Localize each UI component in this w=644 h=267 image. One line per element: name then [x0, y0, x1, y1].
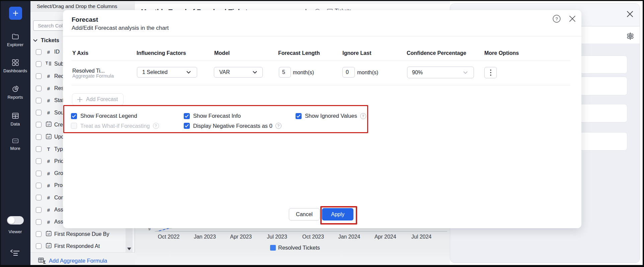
sidebar-item-label: Explorer: [0, 42, 30, 47]
viewer-toggle-label: Viewer: [0, 229, 30, 234]
forecast-option-unchecked[interactable]: Treat as What-if Forecasting?: [71, 122, 159, 129]
cancel-button[interactable]: Cancel: [289, 208, 320, 220]
checkbox-checked-icon[interactable]: [296, 113, 302, 119]
ignore-last-input[interactable]: 0: [342, 67, 355, 78]
sidebar-item-explorer[interactable]: Explorer: [0, 33, 30, 47]
field-checkbox[interactable]: [36, 146, 42, 152]
number-type-icon: #: [45, 183, 52, 188]
create-new-button[interactable]: [9, 7, 22, 20]
field-row[interactable]: 17First Responded At: [30, 240, 128, 252]
dialog-close-button[interactable]: [569, 15, 576, 23]
number-type-icon: #: [45, 219, 52, 225]
field-row[interactable]: 17First Response Due By: [30, 228, 128, 240]
dialog-help-button[interactable]: ?: [553, 15, 561, 24]
chart-legend[interactable]: Resolved Tickets: [270, 245, 320, 251]
field-checkbox[interactable]: [36, 243, 42, 249]
field-checkbox[interactable]: [36, 122, 42, 127]
field-checkbox[interactable]: [36, 61, 42, 67]
forecast-option-checked[interactable]: Show Forecast Legend: [71, 112, 137, 120]
dashboards-icon: [12, 59, 19, 66]
field-checkbox[interactable]: [36, 207, 42, 213]
plus-icon: [77, 97, 83, 102]
confidence-percentage-select[interactable]: 90%: [407, 67, 474, 78]
checkbox-checked-icon[interactable]: [71, 113, 77, 119]
x-axis-tick-label: Jul 2023: [267, 234, 287, 240]
more-icon: [11, 138, 20, 144]
field-checkbox[interactable]: [36, 158, 42, 164]
x-axis-tick-label: Jul 2024: [411, 234, 432, 240]
forecast-option-checked[interactable]: Show Forecast Info: [184, 112, 241, 120]
svg-text:T: T: [46, 61, 48, 66]
forecast-column-header: Ignore Last: [342, 50, 371, 56]
number-type-icon: #: [45, 49, 52, 55]
collapse-sidebar-button[interactable]: [10, 250, 20, 258]
viewer-toggle[interactable]: [7, 216, 24, 225]
sidebar-item-reports[interactable]: Reports: [0, 85, 30, 100]
reports-icon: [12, 85, 19, 93]
field-checkbox[interactable]: [36, 110, 42, 115]
side-panel-close-button[interactable]: [627, 11, 633, 19]
x-axis-tick-label: Apr 2023: [230, 234, 252, 240]
date-type-icon: 17: [45, 134, 52, 141]
influencing-factors-select[interactable]: 1 Selected: [137, 67, 197, 78]
more-options-button[interactable]: [484, 67, 497, 78]
forecast-option-label: Treat as What-if Forecasting: [80, 123, 150, 129]
frame-top: [0, 0, 644, 1]
forecast-option-checked[interactable]: Show Ignored Values?: [296, 112, 366, 120]
legend-swatch: [270, 245, 276, 251]
sidebar-item-more[interactable]: More: [0, 138, 30, 151]
forecast-length-input[interactable]: 5: [279, 67, 291, 78]
table-section-header[interactable]: Tickets: [33, 37, 59, 44]
gear-icon: [626, 32, 634, 40]
settings-gear-button[interactable]: [626, 32, 634, 41]
frame-bottom: [0, 265, 644, 267]
canvas-top-strip: [135, 1, 450, 4]
field-checkbox[interactable]: [36, 219, 42, 225]
option-help-icon[interactable]: ?: [275, 123, 281, 129]
frame-left: [0, 0, 1, 267]
checkbox-checked-icon[interactable]: [184, 123, 190, 129]
field-checkbox[interactable]: [36, 86, 42, 91]
add-forecast-button[interactable]: Add Forecast: [72, 93, 124, 105]
checkbox-unchecked-icon[interactable]: [71, 123, 77, 129]
row-underline: [72, 85, 570, 85]
text-type-icon: T: [45, 61, 52, 67]
scroll-down-icon[interactable]: [127, 248, 131, 250]
svg-text:17: 17: [47, 136, 50, 139]
forecast-option-checked[interactable]: Display Negative Forecasts as 0?: [184, 122, 281, 129]
add-aggregate-formula-button[interactable]: Σ Add Aggregate Formula: [30, 252, 135, 265]
number-type-icon: #: [45, 158, 52, 164]
checkbox-checked-icon[interactable]: [184, 113, 190, 119]
model-select[interactable]: VAR: [214, 67, 263, 78]
plus-icon: [12, 10, 19, 16]
sidebar-item-dashboards[interactable]: Dashboards: [0, 59, 30, 73]
forecast-option-label: Show Forecast Info: [193, 113, 241, 119]
forecast-dialog: Forecast Add/Edit Forecast analysis in t…: [63, 10, 581, 228]
field-checkbox[interactable]: [36, 49, 42, 55]
legend-label: Resolved Tickets: [278, 245, 320, 251]
y-axis-aggregate-label: Aggregate Formula: [72, 73, 114, 79]
field-checkbox[interactable]: [36, 171, 42, 176]
field-checkbox[interactable]: [36, 134, 42, 140]
field-checkbox[interactable]: [36, 73, 42, 79]
chevron-down-icon: [463, 71, 468, 74]
frame-right: [643, 0, 644, 267]
x-axis-line: [155, 231, 447, 232]
option-help-icon[interactable]: ?: [153, 123, 159, 129]
svg-text:?: ?: [556, 16, 558, 21]
forecast-column-header: Influencing Factors: [137, 50, 186, 56]
sidebar-item-label: Reports: [0, 95, 30, 100]
collapse-icon: [10, 250, 20, 256]
field-checkbox[interactable]: [36, 195, 42, 200]
kebab-menu-icon: [490, 69, 491, 76]
field-label: First Response Due By: [54, 231, 109, 237]
field-checkbox[interactable]: [36, 231, 42, 237]
ignore-last-unit: month(s): [357, 70, 378, 76]
sidebar-item-data[interactable]: Data: [0, 112, 30, 126]
field-checkbox[interactable]: [36, 183, 42, 188]
field-checkbox[interactable]: [36, 98, 42, 103]
x-axis-tick-label: Apr 2024: [375, 234, 396, 240]
forecast-column-header: More Options: [484, 50, 519, 56]
number-type-icon: #: [45, 73, 52, 79]
option-help-icon[interactable]: ?: [360, 113, 366, 119]
